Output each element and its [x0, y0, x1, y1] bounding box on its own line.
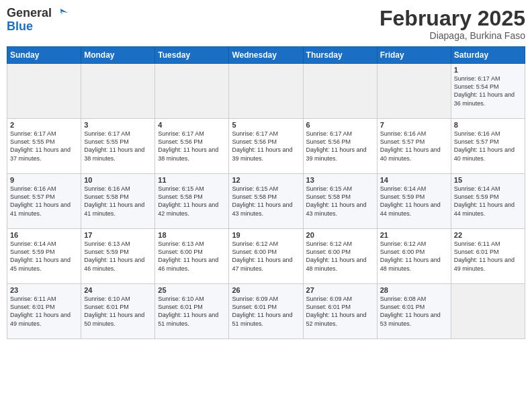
day-info: Sunrise: 6:16 AM Sunset: 5:57 PM Dayligh… — [380, 130, 448, 163]
day-info: Sunrise: 6:10 AM Sunset: 6:01 PM Dayligh… — [158, 295, 226, 328]
header-day-wednesday: Wednesday — [229, 47, 303, 64]
day-number: 12 — [232, 176, 300, 184]
calendar-week-5: 23Sunrise: 6:11 AM Sunset: 6:01 PM Dayli… — [7, 284, 525, 339]
day-info: Sunrise: 6:17 AM Sunset: 5:56 PM Dayligh… — [158, 130, 226, 163]
day-info: Sunrise: 6:15 AM Sunset: 5:58 PM Dayligh… — [158, 185, 226, 218]
header-day-thursday: Thursday — [303, 47, 377, 64]
calendar-cell — [81, 64, 155, 119]
header-day-tuesday: Tuesday — [155, 47, 229, 64]
logo-blue: Blue — [7, 19, 33, 33]
calendar-cell: 11Sunrise: 6:15 AM Sunset: 5:58 PM Dayli… — [155, 174, 229, 229]
calendar-cell: 1Sunrise: 6:17 AM Sunset: 5:54 PM Daylig… — [451, 64, 525, 119]
calendar-cell: 7Sunrise: 6:16 AM Sunset: 5:57 PM Daylig… — [377, 119, 451, 174]
calendar-cell: 13Sunrise: 6:15 AM Sunset: 5:58 PM Dayli… — [303, 174, 377, 229]
calendar-cell — [451, 284, 525, 339]
day-info: Sunrise: 6:11 AM Sunset: 6:01 PM Dayligh… — [454, 240, 522, 273]
day-info: Sunrise: 6:17 AM Sunset: 5:55 PM Dayligh… — [10, 130, 78, 163]
calendar-cell: 22Sunrise: 6:11 AM Sunset: 6:01 PM Dayli… — [451, 229, 525, 284]
day-info: Sunrise: 6:16 AM Sunset: 5:57 PM Dayligh… — [454, 130, 522, 163]
day-info: Sunrise: 6:09 AM Sunset: 6:01 PM Dayligh… — [232, 295, 300, 328]
day-number: 14 — [380, 176, 448, 184]
calendar-week-4: 16Sunrise: 6:14 AM Sunset: 5:59 PM Dayli… — [7, 229, 525, 284]
calendar-cell: 18Sunrise: 6:13 AM Sunset: 6:00 PM Dayli… — [155, 229, 229, 284]
logo-bird-icon — [53, 7, 68, 19]
header-row: SundayMondayTuesdayWednesdayThursdayFrid… — [7, 47, 525, 64]
day-info: Sunrise: 6:12 AM Sunset: 6:00 PM Dayligh… — [232, 240, 300, 273]
day-number: 22 — [454, 231, 522, 239]
calendar-cell: 14Sunrise: 6:14 AM Sunset: 5:59 PM Dayli… — [377, 174, 451, 229]
day-info: Sunrise: 6:13 AM Sunset: 6:00 PM Dayligh… — [158, 240, 226, 273]
day-number: 8 — [454, 121, 522, 129]
calendar-cell: 24Sunrise: 6:10 AM Sunset: 6:01 PM Dayli… — [81, 284, 155, 339]
page-container: General Blue February 2025 Diapaga, Burk… — [0, 0, 532, 411]
calendar-cell: 19Sunrise: 6:12 AM Sunset: 6:00 PM Dayli… — [229, 229, 303, 284]
day-number: 24 — [84, 286, 152, 294]
calendar-cell — [377, 64, 451, 119]
calendar-cell: 12Sunrise: 6:15 AM Sunset: 5:58 PM Dayli… — [229, 174, 303, 229]
day-number: 28 — [380, 286, 448, 294]
day-number: 25 — [158, 286, 226, 294]
calendar-week-3: 9Sunrise: 6:16 AM Sunset: 5:57 PM Daylig… — [7, 174, 525, 229]
calendar-cell: 10Sunrise: 6:16 AM Sunset: 5:58 PM Dayli… — [81, 174, 155, 229]
day-number: 2 — [10, 121, 78, 129]
calendar-cell: 9Sunrise: 6:16 AM Sunset: 5:57 PM Daylig… — [7, 174, 81, 229]
calendar-body: 1Sunrise: 6:17 AM Sunset: 5:54 PM Daylig… — [7, 64, 525, 339]
day-info: Sunrise: 6:14 AM Sunset: 5:59 PM Dayligh… — [380, 185, 448, 218]
day-number: 23 — [10, 286, 78, 294]
day-number: 20 — [306, 231, 374, 239]
day-number: 10 — [84, 176, 152, 184]
day-number: 9 — [10, 176, 78, 184]
calendar-cell: 3Sunrise: 6:17 AM Sunset: 5:55 PM Daylig… — [81, 119, 155, 174]
title-block: February 2025 Diapaga, Burkina Faso — [380, 7, 525, 41]
calendar-cell: 17Sunrise: 6:13 AM Sunset: 5:59 PM Dayli… — [81, 229, 155, 284]
month-title: February 2025 — [380, 7, 525, 30]
day-info: Sunrise: 6:16 AM Sunset: 5:57 PM Dayligh… — [10, 185, 78, 218]
calendar-table: SundayMondayTuesdayWednesdayThursdayFrid… — [7, 46, 525, 339]
day-number: 13 — [306, 176, 374, 184]
day-number: 26 — [232, 286, 300, 294]
day-info: Sunrise: 6:17 AM Sunset: 5:56 PM Dayligh… — [306, 130, 374, 163]
day-info: Sunrise: 6:10 AM Sunset: 6:01 PM Dayligh… — [84, 295, 152, 328]
calendar-cell: 15Sunrise: 6:14 AM Sunset: 5:59 PM Dayli… — [451, 174, 525, 229]
logo: General Blue — [7, 7, 69, 34]
day-number: 27 — [306, 286, 374, 294]
day-number: 17 — [84, 231, 152, 239]
calendar-week-1: 1Sunrise: 6:17 AM Sunset: 5:54 PM Daylig… — [7, 64, 525, 119]
calendar-cell: 8Sunrise: 6:16 AM Sunset: 5:57 PM Daylig… — [451, 119, 525, 174]
day-number: 1 — [454, 66, 522, 74]
calendar-cell: 6Sunrise: 6:17 AM Sunset: 5:56 PM Daylig… — [303, 119, 377, 174]
calendar-cell: 27Sunrise: 6:09 AM Sunset: 6:01 PM Dayli… — [303, 284, 377, 339]
day-number: 19 — [232, 231, 300, 239]
location: Diapaga, Burkina Faso — [380, 30, 525, 41]
header-day-sunday: Sunday — [7, 47, 81, 64]
calendar-header: SundayMondayTuesdayWednesdayThursdayFrid… — [7, 47, 525, 64]
day-number: 7 — [380, 121, 448, 129]
day-info: Sunrise: 6:16 AM Sunset: 5:58 PM Dayligh… — [84, 185, 152, 218]
calendar-cell: 5Sunrise: 6:17 AM Sunset: 5:56 PM Daylig… — [229, 119, 303, 174]
day-number: 4 — [158, 121, 226, 129]
calendar-cell — [155, 64, 229, 119]
calendar-cell: 26Sunrise: 6:09 AM Sunset: 6:01 PM Dayli… — [229, 284, 303, 339]
day-number: 11 — [158, 176, 226, 184]
day-number: 16 — [10, 231, 78, 239]
logo-general: General — [7, 7, 52, 20]
day-info: Sunrise: 6:08 AM Sunset: 6:01 PM Dayligh… — [380, 295, 448, 328]
calendar-cell — [303, 64, 377, 119]
day-info: Sunrise: 6:13 AM Sunset: 5:59 PM Dayligh… — [84, 240, 152, 273]
day-info: Sunrise: 6:14 AM Sunset: 5:59 PM Dayligh… — [10, 240, 78, 273]
header-day-monday: Monday — [81, 47, 155, 64]
day-info: Sunrise: 6:11 AM Sunset: 6:01 PM Dayligh… — [10, 295, 78, 328]
day-number: 21 — [380, 231, 448, 239]
day-info: Sunrise: 6:12 AM Sunset: 6:00 PM Dayligh… — [380, 240, 448, 273]
calendar-cell: 4Sunrise: 6:17 AM Sunset: 5:56 PM Daylig… — [155, 119, 229, 174]
day-number: 5 — [232, 121, 300, 129]
day-number: 18 — [158, 231, 226, 239]
day-number: 3 — [84, 121, 152, 129]
day-info: Sunrise: 6:17 AM Sunset: 5:54 PM Dayligh… — [454, 75, 522, 107]
header-day-saturday: Saturday — [451, 47, 525, 64]
calendar-cell: 21Sunrise: 6:12 AM Sunset: 6:00 PM Dayli… — [377, 229, 451, 284]
calendar-cell — [7, 64, 81, 119]
day-info: Sunrise: 6:15 AM Sunset: 5:58 PM Dayligh… — [232, 185, 300, 218]
day-info: Sunrise: 6:17 AM Sunset: 5:56 PM Dayligh… — [232, 130, 300, 163]
day-info: Sunrise: 6:09 AM Sunset: 6:01 PM Dayligh… — [306, 295, 374, 328]
